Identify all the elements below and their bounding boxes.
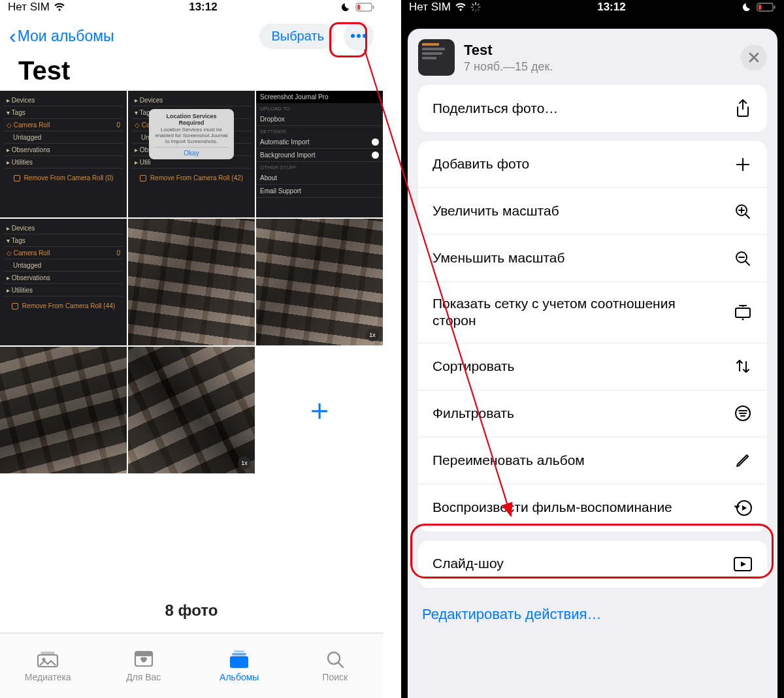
menu-filter[interactable]: Фильтровать [418,390,767,437]
zoom-out-icon [733,249,753,268]
tab-for-you[interactable]: Для Вас [96,633,192,698]
menu-play-memory[interactable]: Воспроизвести фильм-воспоминание [418,484,767,531]
menu-add-photos[interactable]: Добавить фото [418,141,767,188]
svg-line-28 [745,214,749,218]
svg-rect-10 [135,652,152,656]
menu-sort[interactable]: Сортировать [418,343,767,390]
close-button[interactable] [741,44,767,71]
chevron-left-icon: ‹ [9,25,16,46]
photo-thumb[interactable]: ▸ Devices ▾ Tags ◇ Ca Unt ▸ Obs ▸ Utili … [128,91,255,217]
battery-icon [757,3,776,12]
svg-point-3 [351,34,355,38]
tab-library[interactable]: Медиатека [0,633,96,698]
svg-line-15 [338,663,343,667]
photo-thumb[interactable]: ▸ Devices ▾ Tags ◇ Camera Roll0 Untagged… [0,219,127,345]
add-photo-tile[interactable]: ＋ [256,347,383,473]
pencil-icon [733,451,753,470]
tab-search[interactable]: Поиск [287,633,384,698]
sheet-thumbnail [418,39,455,76]
screen-album-view: Нет SIM 13:12 ‹ Мои альбомы Вы [0,0,383,698]
carrier-label: Нет SIM [409,1,451,14]
photo-grid: ▸ Devices ▾ Tags ◇ Camera Roll0 Untagged… [0,91,383,473]
albums-icon [227,650,251,669]
carrier-label: Нет SIM [8,1,50,14]
nav-bar: ‹ Мои альбомы Выбрать [0,14,383,55]
album-title: Test [18,56,370,86]
ellipsis-icon [351,34,367,38]
title-row: Test [0,55,383,91]
svg-point-5 [363,34,367,38]
back-button[interactable]: ‹ Мои альбомы [9,25,114,46]
plus-icon [733,155,753,174]
sheet-header: Test 7 нояб.—15 дек. [418,39,767,76]
svg-rect-2 [357,5,360,10]
sheet-title: Test [464,42,553,59]
svg-rect-13 [234,650,244,652]
menu-zoom-out[interactable]: Уменьшить масштаб [418,235,767,282]
plus-icon: ＋ [304,390,335,430]
select-button[interactable]: Выбрать [259,24,336,49]
svg-line-20 [472,4,474,5]
photo-thumb[interactable]: 1x [256,219,383,345]
menu-slideshow[interactable]: Слайд-шоу [418,541,767,588]
moon-icon [742,2,753,12]
svg-rect-25 [774,6,775,9]
svg-rect-31 [736,308,750,317]
edit-actions-link[interactable]: Редактировать действия… [418,597,767,629]
aspect-grid-icon [733,302,753,322]
tab-bar: Медиатека Для Вас Альбомы Поиск [0,633,383,698]
status-bar: Нет SIM 13:12 [401,0,784,14]
menu-share-photos[interactable]: Поделиться фото… [418,85,767,132]
more-button[interactable] [344,21,374,51]
wifi-icon [54,3,65,12]
spinner-icon [470,2,481,12]
svg-line-30 [745,261,749,265]
photo-thumb[interactable]: ▸ Devices ▾ Tags ◇ Camera Roll0 Untagged… [0,91,127,217]
photo-thumb[interactable]: Screenshot Journal Pro Upload To Dropbox… [256,91,383,217]
filter-icon [733,404,753,423]
back-label: Мои альбомы [18,27,114,45]
status-time: 13:12 [597,1,625,14]
context-sheet: Test 7 нояб.—15 дек. Поделиться фото… [408,29,777,698]
sort-icon [733,357,753,376]
slideshow-icon [733,554,753,574]
close-icon [748,52,760,63]
live-badge: 1x [366,328,379,341]
live-badge: 1x [238,456,251,469]
for-you-icon [132,650,155,669]
menu-zoom-in[interactable]: Увеличить масштаб [418,188,767,235]
photo-thumb[interactable] [0,347,127,473]
svg-rect-26 [759,5,761,10]
tab-albums[interactable]: Альбомы [191,633,287,698]
svg-point-33 [742,319,744,321]
photo-count: 8 фото [0,601,383,620]
share-icon [733,99,753,118]
sheet-subtitle: 7 нояб.—15 дек. [464,60,553,74]
menu-aspect-grid[interactable]: Показать сетку с учетом соотношения стор… [418,282,767,343]
zoom-in-icon [733,202,753,221]
memory-play-icon [733,498,753,518]
svg-point-4 [357,34,361,38]
library-icon [36,650,59,669]
photo-thumb[interactable]: 1x [128,347,255,473]
menu-group-slideshow: Слайд-шоу [418,541,767,588]
menu-rename[interactable]: Переименовать альбом [418,437,767,484]
screen-context-menu: Нет SIM 13:12 [401,0,784,698]
status-bar: Нет SIM 13:12 [0,0,383,14]
menu-group-main: Добавить фото Увеличить масштаб Уменьшит… [418,141,767,531]
search-icon [323,650,347,669]
svg-line-21 [478,9,479,10]
svg-rect-12 [232,653,246,656]
status-time: 13:12 [189,1,217,14]
svg-line-23 [478,4,479,5]
moon-icon [341,2,351,12]
svg-rect-11 [230,656,248,668]
wifi-icon [455,3,466,12]
photo-thumb[interactable] [128,219,255,345]
svg-rect-1 [372,6,374,9]
menu-group-share: Поделиться фото… [418,85,767,132]
svg-line-22 [472,9,474,10]
svg-rect-7 [41,652,55,654]
battery-icon [355,3,375,12]
